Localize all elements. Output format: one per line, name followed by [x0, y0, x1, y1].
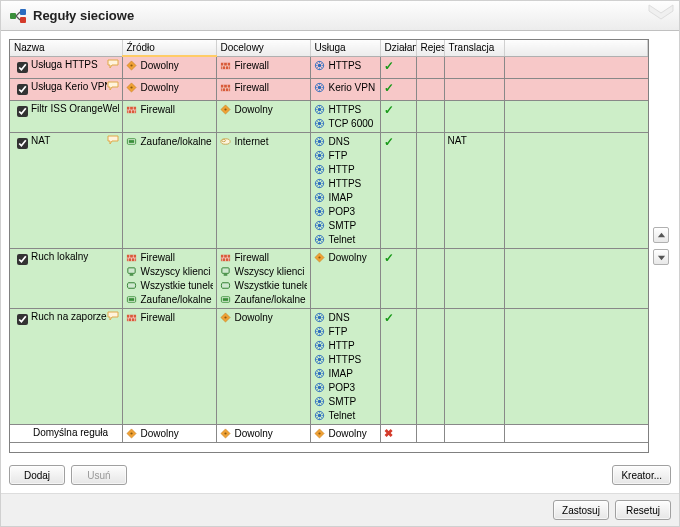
any-icon	[126, 60, 138, 72]
cell-translation	[444, 78, 504, 100]
cell-entry: Wszyscy klienci VPN	[220, 265, 307, 278]
cell-entry: HTTPS	[314, 59, 377, 72]
cell-entry: Dowolny	[314, 251, 377, 264]
comment-icon	[107, 81, 119, 91]
cell-text: FTP	[329, 326, 348, 337]
rule-enabled-checkbox[interactable]	[17, 62, 28, 73]
cell-text: SMTP	[329, 396, 357, 407]
cell-text: Dowolny	[235, 312, 273, 323]
cell-text: Kerio VPN	[329, 82, 376, 93]
cell-entry: Dowolny	[126, 427, 213, 440]
vpn-icon	[220, 265, 232, 277]
cell-text: Dowolny	[329, 252, 367, 263]
col-name[interactable]: Nazwa	[10, 40, 122, 56]
col-dest[interactable]: Docelowy	[216, 40, 310, 56]
cell-text: FTP	[329, 150, 348, 161]
cell-spacer	[504, 248, 648, 308]
cell-entry: HTTPS	[314, 103, 377, 116]
cell-spacer	[504, 308, 648, 424]
cell-text: Dowolny	[235, 428, 273, 439]
cell-entry: SMTP	[314, 219, 377, 232]
cell-text: Telnet	[329, 234, 356, 245]
cell-translation	[444, 424, 504, 442]
rule-enabled-checkbox[interactable]	[17, 314, 28, 325]
svg-point-12	[224, 108, 226, 110]
cell-service: DNSFTPHTTPHTTPSIMAPPOP3SMTPTelnet	[310, 308, 380, 424]
rule-name: Ruch lokalny	[31, 251, 119, 262]
svg-rect-18	[129, 140, 135, 143]
table-row[interactable]: Ruch na zaporzeFirewallDowolnyDNSFTPHTTP…	[10, 308, 648, 424]
cell-spacer	[504, 424, 648, 442]
fw-icon	[220, 251, 232, 263]
cell-source: Zaufane/lokalne	[122, 132, 216, 248]
col-service[interactable]: Usługa	[310, 40, 380, 56]
cell-entry: FTP	[314, 149, 377, 162]
table-row[interactable]: Usługa Kerio VPNDowolnyFirewallKerio VPN…	[10, 78, 648, 100]
table-row[interactable]: Usługa HTTPSDowolnyFirewallHTTPS✓	[10, 56, 648, 78]
remove-button[interactable]: Usuń	[71, 465, 127, 485]
add-button[interactable]: Dodaj	[9, 465, 65, 485]
cell-entry: IMAP	[314, 367, 377, 380]
rule-name: NAT	[31, 135, 107, 146]
svg-point-10	[318, 85, 322, 89]
cell-entry: Dowolny	[314, 427, 377, 440]
cell-translation	[444, 308, 504, 424]
table-row[interactable]: NATZaufane/lokalneInternetDNSFTPHTTPHTTP…	[10, 132, 648, 248]
permit-icon: ✓	[384, 135, 394, 149]
cell-text: Zaufane/lokalne	[141, 294, 212, 305]
fw-icon	[126, 103, 138, 115]
rule-enabled-checkbox[interactable]	[17, 106, 28, 117]
permit-icon: ✓	[384, 103, 394, 117]
svg-point-69	[224, 432, 226, 434]
cell-name: Ruch lokalny	[10, 248, 122, 308]
cell-text: HTTP	[329, 164, 355, 175]
col-source[interactable]: Źródło	[122, 40, 216, 56]
svg-point-14	[318, 107, 322, 111]
apply-button[interactable]: Zastosuj	[553, 500, 609, 520]
svc-icon	[314, 163, 326, 175]
col-action[interactable]: Działanie	[380, 40, 416, 56]
move-down-button[interactable]	[653, 249, 669, 265]
rule-name: Domyślna reguła	[27, 427, 119, 438]
cell-text: HTTPS	[329, 178, 362, 189]
cell-text: POP3	[329, 382, 356, 393]
cell-service: HTTPSTCP 6000	[310, 100, 380, 132]
cell-name: Usługa Kerio VPN	[10, 78, 122, 100]
col-translation[interactable]: Translacja	[444, 40, 504, 56]
table-row[interactable]: Ruch lokalnyFirewallWszyscy klienci VPNW…	[10, 248, 648, 308]
rule-enabled-checkbox[interactable]	[17, 84, 28, 95]
svg-point-63	[318, 385, 322, 389]
cell-text: Internet	[235, 136, 269, 147]
svg-rect-48	[223, 298, 229, 301]
reset-button[interactable]: Resetuj	[615, 500, 671, 520]
comment-icon	[107, 311, 119, 321]
fw-icon	[126, 311, 138, 323]
cell-entry: Wszystkie tunele VPN	[126, 279, 213, 292]
move-up-button[interactable]	[653, 227, 669, 243]
rule-enabled-checkbox[interactable]	[17, 254, 28, 265]
cell-text: HTTP	[329, 340, 355, 351]
svg-rect-2	[20, 17, 26, 23]
table-row[interactable]: Filtr ISS OrangeWeb FilterFirewallDowoln…	[10, 100, 648, 132]
svc-icon	[314, 205, 326, 217]
cell-action: ✓	[380, 56, 416, 78]
vpn-icon	[126, 265, 138, 277]
page-title: Reguły sieciowe	[33, 8, 134, 23]
cell-text: IMAP	[329, 368, 353, 379]
rule-name: Usługa HTTPS	[31, 59, 107, 70]
corner-decor-icon	[647, 1, 675, 25]
svc-icon	[314, 381, 326, 393]
cell-translation	[444, 100, 504, 132]
any-icon	[314, 427, 326, 439]
cell-spacer	[504, 132, 648, 248]
table-row[interactable]: Domyślna regułaDowolnyDowolnyDowolny✖	[10, 424, 648, 442]
wizard-button[interactable]: Kreator...	[612, 465, 671, 485]
cell-action: ✖	[380, 424, 416, 442]
svg-point-53	[318, 315, 322, 319]
table-header-row: Nazwa Źródło Docelowy Usługa Działanie R…	[10, 40, 648, 56]
cell-source: Dowolny	[122, 78, 216, 100]
rule-enabled-checkbox[interactable]	[17, 138, 28, 149]
cell-dest: Firewall	[216, 78, 310, 100]
cell-text: POP3	[329, 206, 356, 217]
col-reject[interactable]: Rejestracja	[416, 40, 444, 56]
